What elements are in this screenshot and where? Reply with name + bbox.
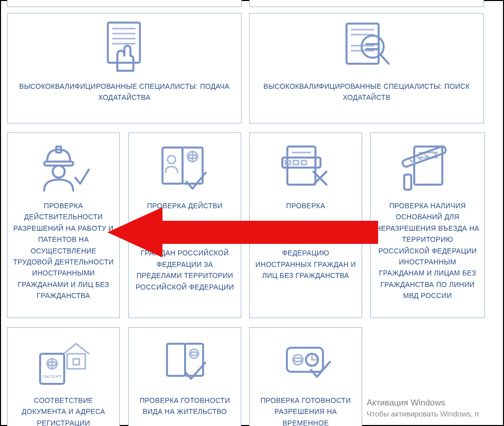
card-label-a: ПРОВЕРКА ДЕЙСТВИ: [147, 200, 223, 211]
svg-rect-33: [402, 146, 446, 168]
svg-rect-25: [293, 161, 298, 165]
svg-rect-17: [162, 148, 183, 184]
svg-point-44: [190, 349, 199, 358]
passport-house-icon: ПАСПОРТ: [36, 335, 91, 390]
barrier-document-icon: [400, 140, 455, 195]
card-residence-readiness[interactable]: ПРОВЕРКА ГОТОВНОСТИ ВИДА НА ЖИТЕЛЬСТВО: [128, 327, 241, 426]
viewport-frame: ВЫСОКОКВАЛИФИЦИРОВАННЫЕ СПЕЦИАЛИСТЫ: ПОД…: [0, 0, 504, 426]
card-label: ВЫСОКОКВАЛИФИЦИРОВАННЫЕ СПЕЦИАЛИСТЫ: ПОИ…: [255, 81, 478, 103]
watermark-sub: Чтобы активировать Windows, п: [367, 409, 479, 419]
svg-point-46: [293, 355, 303, 365]
card-temporary-readiness[interactable]: ПРОВЕРКА ГОТОВНОСТИ РАЗРЕШЕНИЯ НА ВРЕМЕН…: [249, 327, 362, 426]
passport-text: ПАСПОРТ: [42, 374, 62, 379]
svg-rect-26: [301, 161, 306, 165]
card-label: ПРОВЕРКА ДЕЙСТВИТЕЛЬНОСТИ РАЗРЕШЕНИЙ НА …: [13, 200, 114, 302]
card-check-work-permit[interactable]: ПРОВЕРКА ДЕЙСТВИТЕЛЬНОСТИ РАЗРЕШЕНИЙ НА …: [7, 132, 120, 318]
card-check-entry-ban[interactable]: ПРОВЕРКА НАЛИЧИЯ ОСНОВАНИЙ ДЛЯ НЕРАЗРЕШЕ…: [370, 132, 485, 318]
svg-rect-42: [167, 344, 185, 376]
document-denied-icon: [278, 140, 333, 195]
card-address-match[interactable]: ПАСПОРТ СООТВЕТСТВИЕ ДОКУМЕНТА И АДРЕСА …: [7, 327, 120, 426]
card-top-clip-left[interactable]: [7, 0, 242, 7]
card-label-a: ПРОВЕРКА: [286, 200, 325, 211]
card-label: ПРОВЕРКА НАЛИЧИЯ ОСНОВАНИЙ ДЛЯ НЕРАЗРЕШЕ…: [376, 200, 479, 302]
watermark-title: Активация Windows: [367, 397, 479, 409]
booklet-check-icon: [160, 335, 210, 390]
content-area: ВЫСОКОКВАЛИФИЦИРОВАННЫЕ СПЕЦИАЛИСТЫ: ПОД…: [2, 2, 486, 424]
card-label: ВЫСОКОКВАЛИФИЦИРОВАННЫЕ СПЕЦИАЛИСТЫ: ПОД…: [13, 81, 236, 103]
svg-line-11: [381, 55, 389, 64]
card-specialists-apply[interactable]: ВЫСОКОКВАЛИФИЦИРОВАННЫЕ СПЕЦИАЛИСТЫ: ПОД…: [7, 13, 242, 123]
card-top-clip-right[interactable]: [249, 0, 484, 7]
card-check-entry-foreign[interactable]: ПРОВЕРКА ФЕДЕРАЦИЮ ИНОСТРАННЫХ ГРАЖДАН И…: [249, 132, 362, 318]
document-search-icon: [342, 21, 392, 76]
windows-activation-watermark: Активация Windows Чтобы активировать Win…: [367, 397, 479, 419]
worker-check-icon: [36, 140, 91, 195]
card-label-b: ФЕДЕРАЦИЮ ИНОСТРАННЫХ ГРАЖДАН И ЛИЦ БЕЗ …: [255, 247, 357, 281]
svg-point-19: [167, 156, 176, 164]
svg-point-16: [53, 166, 65, 178]
card-clock-icon: [281, 335, 331, 390]
card-label: ПРОВЕРКА ГОТОВНОСТИ ВИДА НА ЖИТЕЛЬСТВО: [134, 395, 236, 417]
card-label: ПРОВЕРКА ГОТОВНОСТИ РАЗРЕШЕНИЯ НА ВРЕМЕН…: [255, 395, 357, 426]
card-label-b: ГРАЖДАН РОССИЙСКОЙ ФЕДЕРАЦИИ ЗА ПРЕДЕЛАМ…: [134, 247, 236, 293]
document-hand-icon: [101, 21, 148, 76]
card-label: СООТВЕТСТВИЕ ДОКУМЕНТА И АДРЕСА РЕГИСТРА…: [13, 395, 114, 426]
card-check-passport-abroad[interactable]: ПРОВЕРКА ДЕЙСТВИ ГРАЖДАН РОССИЙСКОЙ ФЕДЕ…: [128, 132, 241, 318]
card-specialists-search[interactable]: ВЫСОКОКВАЛИФИЦИРОВАННЫЕ СПЕЦИАЛИСТЫ: ПОИ…: [249, 13, 484, 123]
passport-check-icon: [157, 140, 213, 195]
svg-rect-38: [67, 354, 85, 369]
svg-rect-32: [404, 175, 411, 190]
svg-rect-39: [73, 359, 79, 365]
